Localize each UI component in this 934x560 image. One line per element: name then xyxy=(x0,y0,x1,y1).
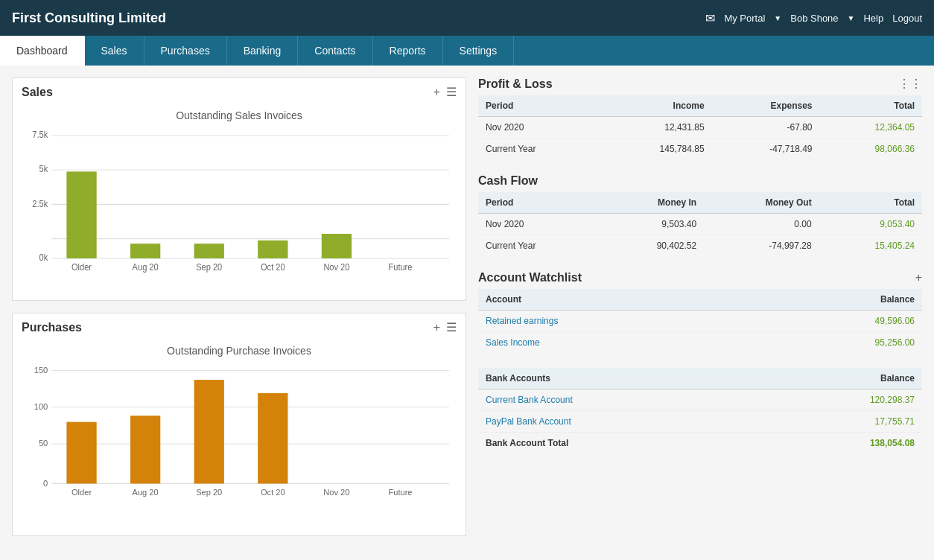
cf-total-1: 9,053.40 xyxy=(819,214,922,235)
nav-dashboard[interactable]: Dashboard xyxy=(0,36,85,66)
sales-chart-container: Outstanding Sales Invoices 7.5k 5k 2.5k … xyxy=(13,104,466,300)
purchases-chart-area: 150 100 50 0 xyxy=(22,363,457,526)
mail-icon[interactable]: ✉ xyxy=(705,11,715,25)
ba-col-balance: Balance xyxy=(758,368,922,389)
table-row: Nov 2020 12,431.85 -67.80 12,364.05 xyxy=(478,117,922,139)
svg-rect-9 xyxy=(66,171,96,258)
cf-period-2: Current Year xyxy=(478,235,601,257)
cf-money-in-1: 9,503.40 xyxy=(601,214,704,235)
ba-balance-2: 17,755.71 xyxy=(758,411,922,433)
sales-section: Sales + ☰ Outstanding Sales Invoices xyxy=(12,77,466,301)
left-panel: Sales + ☰ Outstanding Sales Invoices xyxy=(12,77,466,548)
user-chevron: ▼ xyxy=(848,14,855,22)
profit-loss-menu-icon[interactable]: ⋮⋮ xyxy=(898,78,922,90)
purchases-section: Purchases + ☰ Outstanding Purchase Invoi… xyxy=(12,313,466,536)
table-row: PayPal Bank Account 17,755.71 xyxy=(478,411,922,433)
portal-chevron: ▼ xyxy=(774,14,781,22)
sales-chart-svg: 7.5k 5k 2.5k 0k xyxy=(22,127,457,291)
ba-balance-1: 120,298.37 xyxy=(758,389,922,411)
cf-money-out-1: 0.00 xyxy=(704,214,819,235)
svg-text:Nov 20: Nov 20 xyxy=(323,263,349,273)
svg-text:50: 50 xyxy=(39,439,48,448)
nav-settings[interactable]: Settings xyxy=(443,36,515,66)
purchases-add-icon[interactable]: + xyxy=(433,322,440,334)
sales-chart-title: Outstanding Sales Invoices xyxy=(22,109,457,121)
help-link[interactable]: Help xyxy=(863,13,883,24)
svg-text:5k: 5k xyxy=(39,165,48,174)
ba-total-label: Bank Account Total xyxy=(478,433,758,454)
svg-text:Older: Older xyxy=(72,488,92,497)
bank-accounts-table: Bank Accounts Balance Current Bank Accou… xyxy=(478,368,922,454)
svg-rect-11 xyxy=(194,244,224,258)
sales-chart-area: 7.5k 5k 2.5k 0k xyxy=(22,127,457,291)
nav-sales[interactable]: Sales xyxy=(85,36,144,66)
cf-money-in-2: 90,402.52 xyxy=(601,235,704,257)
table-row: Retained earnings 49,596.06 xyxy=(478,311,922,332)
sales-income-link[interactable]: Sales Income xyxy=(486,337,540,348)
pl-total-2: 98,066.36 xyxy=(820,139,922,160)
account-watchlist-section: Account Watchlist + Account Balance Reta… xyxy=(478,271,922,353)
logout-link[interactable]: Logout xyxy=(892,13,922,24)
purchases-actions: + ☰ xyxy=(433,322,457,334)
svg-text:0: 0 xyxy=(43,478,48,487)
svg-text:100: 100 xyxy=(34,402,48,411)
table-row: Bank Account Total 138,054.08 xyxy=(478,433,922,454)
profit-loss-header: Profit & Loss ⋮⋮ xyxy=(478,77,922,91)
svg-text:150: 150 xyxy=(34,365,48,374)
nav-purchases[interactable]: Purchases xyxy=(144,36,227,66)
svg-rect-13 xyxy=(322,234,352,258)
cf-col-money-out: Money Out xyxy=(704,192,819,214)
profit-loss-header-row: Period Income Expenses Total xyxy=(478,95,922,117)
svg-text:Oct 20: Oct 20 xyxy=(261,488,285,497)
ba-col-account: Bank Accounts xyxy=(478,368,758,389)
svg-text:Sep 20: Sep 20 xyxy=(196,263,222,273)
right-panel: Profit & Loss ⋮⋮ Period Income Expenses … xyxy=(478,77,922,548)
svg-rect-29 xyxy=(130,416,160,483)
cf-total-2: 15,405.24 xyxy=(819,235,922,257)
purchases-menu-icon[interactable]: ☰ xyxy=(446,322,457,334)
nav-contacts[interactable]: Contacts xyxy=(298,36,372,66)
nav-reports[interactable]: Reports xyxy=(373,36,443,66)
pl-income-2: 145,784.85 xyxy=(600,139,712,160)
svg-rect-28 xyxy=(66,422,96,484)
user-menu-link[interactable]: Bob Shone xyxy=(790,13,838,24)
cf-col-total: Total xyxy=(819,192,922,214)
cash-flow-title: Cash Flow xyxy=(478,174,538,188)
main-nav: Dashboard Sales Purchases Banking Contac… xyxy=(0,36,934,66)
wl-col-balance: Balance xyxy=(752,289,922,311)
watchlist-add-icon[interactable]: + xyxy=(915,272,922,284)
svg-text:2.5k: 2.5k xyxy=(32,199,48,209)
nav-banking[interactable]: Banking xyxy=(227,36,299,66)
cf-money-out-2: -74,997.28 xyxy=(704,235,819,257)
svg-text:Older: Older xyxy=(72,263,92,273)
table-row: Current Year 145,784.85 -47,718.49 98,06… xyxy=(478,139,922,160)
watchlist-title: Account Watchlist xyxy=(478,271,582,284)
svg-text:Aug 20: Aug 20 xyxy=(133,488,159,497)
watchlist-header: Account Watchlist + xyxy=(478,271,922,284)
profit-loss-title: Profit & Loss xyxy=(478,77,553,91)
table-row: Current Year 90,402.52 -74,997.28 15,405… xyxy=(478,235,922,257)
wl-account-1: Retained earnings xyxy=(478,311,752,332)
svg-rect-30 xyxy=(194,380,224,483)
svg-rect-31 xyxy=(258,393,287,484)
svg-text:Nov 20: Nov 20 xyxy=(323,488,349,497)
svg-text:Sep 20: Sep 20 xyxy=(196,488,222,497)
svg-text:7.5k: 7.5k xyxy=(32,130,48,140)
sales-menu-icon[interactable]: ☰ xyxy=(446,86,457,98)
retained-earnings-link[interactable]: Retained earnings xyxy=(486,316,558,326)
purchases-chart-title: Outstanding Purchase Invoices xyxy=(22,345,457,357)
paypal-bank-account-link[interactable]: PayPal Bank Account xyxy=(486,416,571,427)
bank-accounts-section: Bank Accounts Balance Current Bank Accou… xyxy=(478,368,922,454)
my-portal-link[interactable]: My Portal xyxy=(724,13,765,24)
pl-total-1: 12,364.05 xyxy=(820,117,922,139)
current-bank-account-link[interactable]: Current Bank Account xyxy=(486,395,573,405)
profit-loss-table: Period Income Expenses Total Nov 2020 12… xyxy=(478,95,922,159)
svg-text:Future: Future xyxy=(389,263,413,273)
pl-period-2: Current Year xyxy=(478,139,600,160)
table-row: Sales Income 95,256.00 xyxy=(478,332,922,354)
cf-col-money-in: Money In xyxy=(601,192,704,214)
pl-expenses-1: -67.80 xyxy=(712,117,820,139)
purchases-chart-svg: 150 100 50 0 xyxy=(22,363,457,526)
sales-add-icon[interactable]: + xyxy=(433,86,440,98)
svg-text:Future: Future xyxy=(388,488,412,497)
